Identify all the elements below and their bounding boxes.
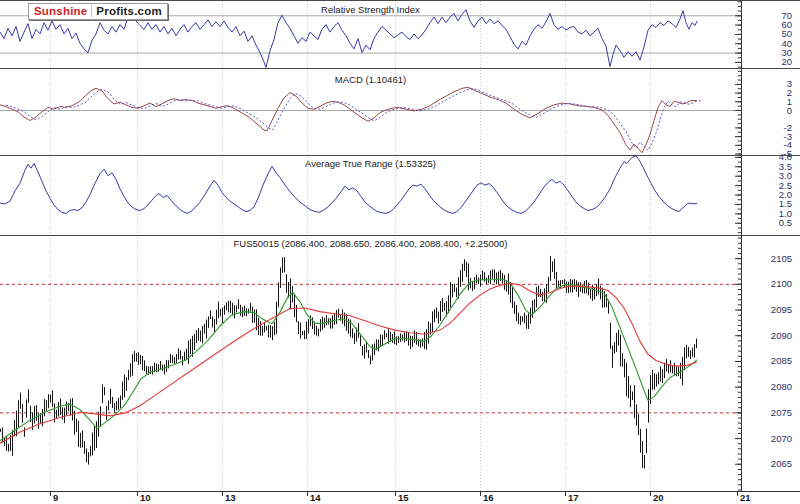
y-label-2105: 2105 (771, 253, 792, 264)
y-label-2100: 2100 (771, 278, 792, 289)
x-label-9: 9 (53, 492, 58, 503)
macd-signal-line (6, 89, 703, 151)
y-label-2065: 2065 (771, 458, 792, 469)
y-label-2085: 2085 (771, 355, 792, 366)
x-label-20: 20 (653, 492, 664, 503)
y-label-2080: 2080 (771, 381, 792, 392)
y-label-20: 20 (781, 56, 792, 67)
y-label-2070: 2070 (771, 433, 792, 444)
y-label-2090: 2090 (771, 330, 792, 341)
logo-brand-profits: Profits.com (96, 5, 161, 17)
atr-line (0, 156, 697, 214)
sunshineprofits-logo[interactable]: SunshineProfits.com (28, 3, 168, 20)
x-label-13: 13 (225, 492, 236, 503)
chart-canvas: 7060504030203210-2-3-4-54.03.53.02.52.01… (0, 0, 800, 504)
macd-line (0, 87, 697, 152)
x-label-17: 17 (568, 492, 579, 503)
x-label-21: 21 (740, 492, 751, 503)
x-label-15: 15 (398, 492, 409, 503)
ma-fast-line (0, 279, 697, 441)
x-label-16: 16 (483, 492, 494, 503)
logo-brand-sunshine: Sunshine (34, 5, 92, 17)
y-label-0: 0 (787, 105, 792, 116)
x-label-10: 10 (140, 492, 151, 503)
y-label-2075: 2075 (771, 407, 792, 418)
y-label-2095: 2095 (771, 304, 792, 315)
chart-window: 7060504030203210-2-3-4-54.03.53.02.52.01… (0, 0, 800, 504)
x-label-14: 14 (310, 492, 321, 503)
y-label-0.5: 0.5 (779, 217, 792, 228)
ma-slow-line (0, 283, 697, 443)
